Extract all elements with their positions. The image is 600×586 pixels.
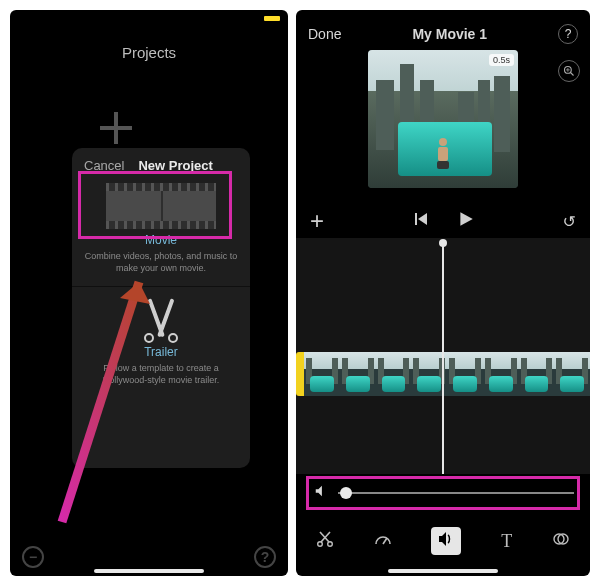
clip-thumb[interactable] [554,352,590,396]
sheet-title: New Project [138,158,212,173]
volume-knob[interactable] [340,487,352,499]
home-indicator [388,569,498,573]
movie-option-label: Movie [82,233,240,247]
new-project-plus-icon[interactable] [96,108,136,148]
add-media-button[interactable]: + [310,207,324,235]
scissors-icon [136,297,186,341]
volume-area [296,476,590,516]
transport-row: + ↻ [296,204,590,238]
editor-screen: Done My Movie 1 ? 0.5s + [296,10,590,576]
trailer-option-label: Trailer [82,345,240,359]
speaker-icon [314,484,328,502]
magnifier-icon [563,65,575,77]
svg-line-14 [383,538,387,544]
video-preview[interactable]: 0.5s [368,50,518,188]
svg-marker-8 [460,212,472,226]
speedometer-icon [374,530,392,548]
new-project-sheet: Cancel New Project Movie Combine videos,… [72,148,250,468]
svg-marker-7 [418,213,427,225]
timeline[interactable] [296,238,590,474]
play-button[interactable] [457,210,475,232]
volume-track[interactable] [338,492,574,494]
help-button[interactable]: ? [558,24,578,44]
cancel-button[interactable]: Cancel [84,158,124,173]
editor-topbar: Done My Movie 1 ? [296,10,590,44]
play-icon [457,210,475,228]
filmstrip-icon [106,183,216,229]
clip-thumb[interactable] [376,352,412,396]
cut-tool[interactable] [316,530,334,552]
status-accent [264,16,280,21]
undo-button[interactable]: ↻ [563,212,576,231]
svg-marker-9 [316,486,322,497]
movie-option[interactable]: Movie Combine videos, photos, and music … [72,173,250,286]
movie-option-desc: Combine videos, photos, and music to mak… [82,250,240,274]
svg-rect-6 [415,213,417,225]
prev-frame-button[interactable] [413,211,429,231]
projects-footer: − ? [10,546,288,568]
svg-marker-15 [439,532,446,546]
clip-thumb[interactable] [519,352,555,396]
clip-handle[interactable] [296,352,304,396]
clip-thumb[interactable] [447,352,483,396]
option-divider [72,286,250,287]
text-tool[interactable]: T [501,531,512,552]
filters-tool[interactable] [552,530,570,552]
audio-tool[interactable] [431,527,461,555]
skip-back-icon [413,211,429,227]
movie-title: My Movie 1 [412,26,487,42]
sheet-header: Cancel New Project [72,148,250,173]
clip-thumb[interactable] [340,352,376,396]
trailer-option[interactable]: Trailer Follow a template to create a Ho… [72,287,250,398]
tutorial-composite: Projects Cancel New Project Movie Combin… [0,0,600,586]
zoom-button[interactable] [558,60,580,82]
svg-line-3 [571,73,574,76]
clip-thumb[interactable] [483,352,519,396]
speaker-icon [437,530,455,548]
delete-button[interactable]: − [22,546,44,568]
clip-thumb[interactable] [304,352,340,396]
tool-bar: T [296,524,590,558]
speed-tool[interactable] [374,530,392,552]
clip-duration-badge: 0.5s [489,54,514,66]
home-indicator [94,569,204,573]
projects-screen: Projects Cancel New Project Movie Combin… [10,10,288,576]
scissors-icon [316,530,334,548]
projects-header: Projects [10,44,288,61]
overlap-circles-icon [552,530,570,548]
help-button[interactable]: ? [254,546,276,568]
trailer-option-desc: Follow a template to create a Hollywood-… [82,362,240,386]
done-button[interactable]: Done [308,26,341,42]
